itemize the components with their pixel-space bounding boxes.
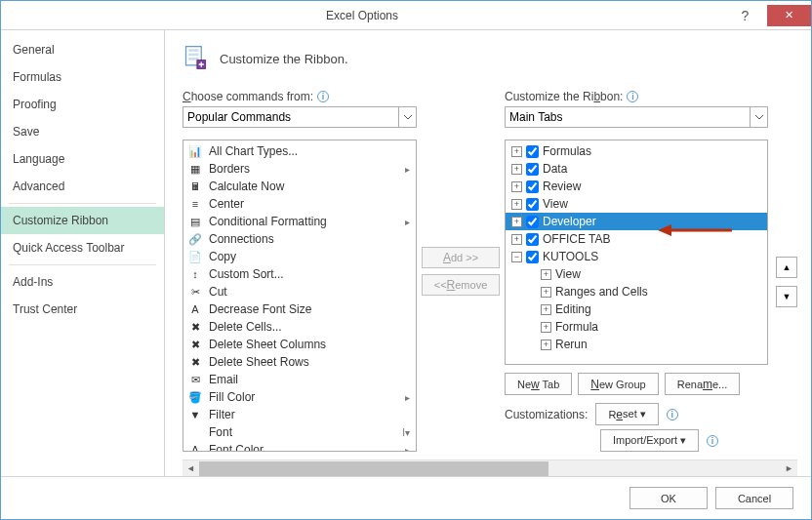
command-item[interactable]: ✖Delete Sheet Columns xyxy=(183,336,416,353)
tree-item-data[interactable]: +Data xyxy=(506,160,767,178)
command-item[interactable]: 📊All Chart Types... xyxy=(183,142,416,160)
ribbon-column: Customize the Ribbon: i Main Tabs +Formu… xyxy=(505,90,811,452)
expand-icon[interactable]: + xyxy=(541,322,551,333)
info-icon[interactable]: i xyxy=(627,91,638,102)
sidebar-item-proofing[interactable]: Proofing xyxy=(1,91,164,118)
expand-icon[interactable]: + xyxy=(541,304,551,315)
tree-item-kutools[interactable]: −KUTOOLS xyxy=(506,248,767,265)
command-item[interactable]: ADecrease Font Size xyxy=(183,300,416,318)
remove-button[interactable]: << Remove xyxy=(422,274,500,296)
new-group-button[interactable]: New Group xyxy=(578,373,658,395)
tree-label: Data xyxy=(543,162,567,176)
cancel-button[interactable]: Cancel xyxy=(715,487,793,509)
command-icon: ↕ xyxy=(187,266,203,282)
reset-button[interactable]: Reset ▾ xyxy=(595,403,658,425)
tree-checkbox[interactable] xyxy=(526,251,539,263)
tree-item-ranges-and-cells[interactable]: +Ranges and Cells xyxy=(506,283,767,300)
sidebar-item-customize-ribbon[interactable]: Customize Ribbon xyxy=(1,207,164,234)
sidebar-item-formulas[interactable]: Formulas xyxy=(1,63,164,91)
collapse-icon[interactable]: − xyxy=(511,252,522,262)
tree-item-view[interactable]: +View xyxy=(506,195,767,213)
expand-icon[interactable]: + xyxy=(511,146,522,157)
choose-commands-combo[interactable]: Popular Commands xyxy=(183,106,417,128)
command-item[interactable]: ✖Delete Cells... xyxy=(183,318,416,336)
command-label: Delete Sheet Columns xyxy=(209,338,412,351)
tree-checkbox[interactable] xyxy=(526,163,539,176)
sidebar-item-trust-center[interactable]: Trust Center xyxy=(1,296,164,323)
expand-icon[interactable]: + xyxy=(511,234,522,245)
tree-checkbox[interactable] xyxy=(526,180,539,193)
tree-item-review[interactable]: +Review xyxy=(506,178,767,195)
command-icon: ✖ xyxy=(187,319,203,335)
ok-button[interactable]: OK xyxy=(629,487,708,509)
expand-icon[interactable]: + xyxy=(511,164,522,175)
info-icon[interactable]: i xyxy=(317,91,329,102)
sidebar-item-quick-access-toolbar[interactable]: Quick Access Toolbar xyxy=(1,234,164,261)
command-label: Calculate Now xyxy=(209,180,412,193)
ribbon-tree[interactable]: +Formulas+Data+Review+View+Developer+OFF… xyxy=(505,140,768,365)
expand-icon[interactable]: + xyxy=(541,269,551,280)
expand-icon[interactable]: + xyxy=(541,340,551,350)
tree-checkbox[interactable] xyxy=(526,198,539,211)
command-item[interactable]: ✖Delete Sheet Rows xyxy=(183,353,416,371)
horizontal-scrollbar[interactable]: ◄ ► xyxy=(183,460,797,476)
scroll-right-icon[interactable]: ► xyxy=(781,461,797,476)
tree-label: OFFICE TAB xyxy=(543,232,611,246)
tree-checkbox[interactable] xyxy=(526,145,539,158)
expand-icon[interactable]: + xyxy=(511,199,522,210)
tree-item-developer[interactable]: +Developer xyxy=(506,213,767,230)
customize-ribbon-combo[interactable]: Main Tabs xyxy=(505,106,768,128)
command-icon: 🔗 xyxy=(187,231,203,247)
info-icon[interactable]: i xyxy=(707,435,718,447)
tree-checkbox[interactable] xyxy=(526,216,539,228)
sidebar-item-language[interactable]: Language xyxy=(1,145,164,173)
sidebar-item-general[interactable]: General xyxy=(1,36,164,63)
add-button[interactable]: Add >> xyxy=(422,247,500,268)
command-item[interactable]: ▤Conditional Formatting▸ xyxy=(183,213,416,230)
command-item[interactable]: ✉Email xyxy=(183,371,416,388)
expand-icon[interactable]: + xyxy=(511,181,522,192)
tree-item-formulas[interactable]: +Formulas xyxy=(506,142,767,160)
command-item[interactable]: ▦Borders▸ xyxy=(183,160,416,178)
tree-label: Rerun xyxy=(555,338,588,351)
command-item[interactable]: ↕Custom Sort... xyxy=(183,265,416,283)
command-item[interactable]: ▼Filter xyxy=(183,406,416,423)
scroll-left-icon[interactable]: ◄ xyxy=(183,461,199,476)
command-item[interactable]: ✂Cut xyxy=(183,283,416,300)
command-item[interactable]: 🪣Fill Color▸ xyxy=(183,388,416,406)
command-item[interactable]: 🖩Calculate Now xyxy=(183,178,416,195)
main-panel: Customize the Ribbon. Choose commands fr… xyxy=(165,30,811,476)
sidebar-item-advanced[interactable]: Advanced xyxy=(1,173,164,200)
help-button[interactable]: ? xyxy=(723,5,767,26)
command-item[interactable]: 📄Copy xyxy=(183,248,416,265)
tree-item-formula[interactable]: +Formula xyxy=(506,318,767,336)
close-button[interactable]: ✕ xyxy=(767,5,811,26)
sidebar-item-add-ins[interactable]: Add-Ins xyxy=(1,268,164,296)
command-label: Delete Sheet Rows xyxy=(209,355,412,369)
rename-button[interactable]: Rename... xyxy=(665,373,741,395)
command-item[interactable]: AFont Color▸ xyxy=(183,441,416,451)
info-icon[interactable]: i xyxy=(667,409,678,420)
dialog-footer: OK Cancel xyxy=(1,476,811,519)
tree-item-office-tab[interactable]: +OFFICE TAB xyxy=(506,230,767,248)
sidebar-item-save[interactable]: Save xyxy=(1,118,164,145)
tree-checkbox[interactable] xyxy=(526,233,539,246)
command-label: Decrease Font Size xyxy=(209,302,412,316)
new-tab-button[interactable]: New Tab xyxy=(505,373,572,395)
tree-item-editing[interactable]: +Editing xyxy=(506,300,767,318)
expand-icon[interactable]: + xyxy=(541,287,551,298)
move-up-button[interactable]: ▲ xyxy=(776,257,797,278)
move-down-button[interactable]: ▼ xyxy=(776,286,797,307)
tree-item-view[interactable]: +View xyxy=(506,265,767,283)
command-item[interactable]: ≡Center xyxy=(183,195,416,213)
dialog-body: GeneralFormulasProofingSaveLanguageAdvan… xyxy=(1,30,811,476)
expand-icon[interactable]: + xyxy=(511,217,522,227)
commands-listbox[interactable]: 📊All Chart Types...▦Borders▸🖩Calculate N… xyxy=(183,140,417,452)
command-item[interactable]: 🔗Connections xyxy=(183,230,416,248)
svg-rect-1 xyxy=(188,49,199,52)
tree-label: Editing xyxy=(555,302,591,316)
tree-item-rerun[interactable]: +Rerun xyxy=(506,336,767,353)
import-export-button[interactable]: Import/Export ▾ xyxy=(600,429,699,452)
command-item[interactable]: FontI▾ xyxy=(183,423,416,441)
tree-label: Ranges and Cells xyxy=(555,285,648,299)
